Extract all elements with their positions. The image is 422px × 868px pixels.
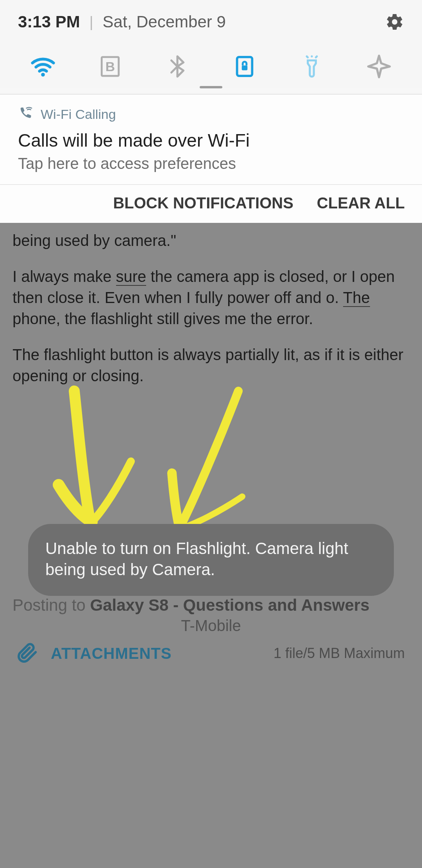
bluetooth-toggle[interactable]	[160, 49, 195, 84]
rotation-lock-icon	[233, 55, 256, 78]
toast-message: Unable to turn on Flashlight. Camera lig…	[28, 524, 394, 596]
status-divider: |	[89, 14, 93, 30]
status-time: 3:13 PM	[18, 13, 80, 31]
status-time-block: 3:13 PM | Sat, December 9	[18, 13, 226, 31]
flashlight-toggle[interactable]	[295, 49, 329, 84]
notification-card[interactable]: Wi-Fi Calling Calls will be made over Wi…	[0, 94, 422, 184]
airplane-toggle[interactable]	[362, 49, 396, 84]
bg-paragraph-1: I always make sure the camera app is clo…	[13, 266, 409, 329]
rotation-lock-toggle[interactable]	[227, 49, 262, 84]
b-toggle[interactable]: B	[93, 49, 127, 84]
wifi-icon	[29, 52, 57, 81]
attachments-label[interactable]: ATTACHMENTS	[51, 645, 172, 662]
bg-line-fragment: being used by camera."	[13, 230, 409, 251]
posting-target: Galaxy S8 - Questions and Answers	[90, 596, 369, 614]
clear-all-button[interactable]: CLEAR ALL	[317, 194, 405, 212]
flashlight-icon	[300, 54, 324, 79]
paperclip-icon[interactable]	[17, 642, 38, 665]
svg-text:B: B	[106, 59, 115, 74]
airplane-icon	[366, 54, 392, 79]
settings-icon[interactable]	[385, 13, 404, 31]
svg-point-0	[41, 73, 45, 77]
notification-actions: BLOCK NOTIFICATIONS CLEAR ALL	[0, 184, 422, 223]
notification-title: Calls will be made over Wi-Fi	[18, 130, 404, 151]
panel-drag-handle[interactable]	[18, 86, 404, 88]
attachments-row: ATTACHMENTS 1 file/5 MB Maximum	[0, 642, 422, 665]
notification-subtitle: Tap here to access preferences	[18, 155, 404, 172]
carrier-label: T-Mobile	[0, 617, 422, 635]
svg-rect-4	[242, 66, 248, 70]
b-icon: B	[99, 55, 122, 78]
posting-line: Posting to Galaxy S8 - Questions and Ans…	[13, 596, 370, 615]
background-app: being used by camera." I always make sur…	[0, 223, 422, 868]
notification-app-name: Wi-Fi Calling	[41, 107, 116, 122]
wifi-calling-icon	[18, 106, 34, 123]
bluetooth-icon	[165, 54, 190, 79]
quick-settings-row: B	[18, 49, 404, 84]
block-notifications-button[interactable]: BLOCK NOTIFICATIONS	[113, 194, 293, 212]
wifi-toggle[interactable]	[26, 49, 60, 84]
status-date: Sat, December 9	[103, 13, 226, 31]
attachments-info: 1 file/5 MB Maximum	[274, 645, 405, 662]
